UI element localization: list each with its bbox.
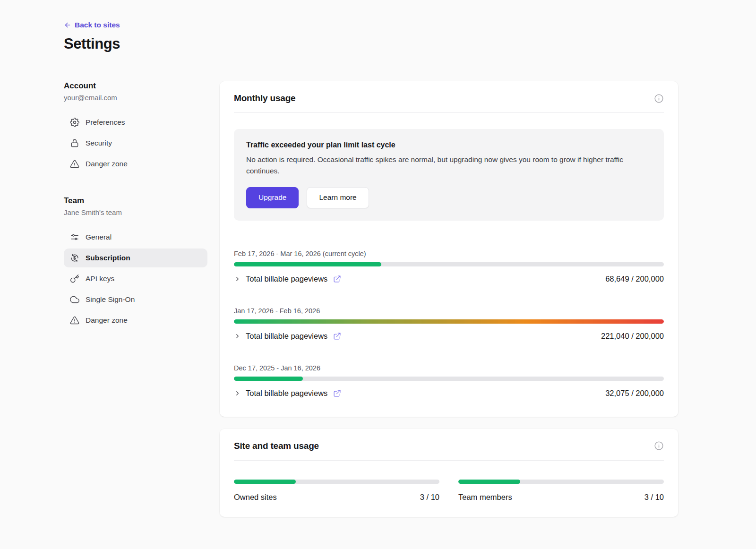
usage-progress-bar <box>234 377 664 381</box>
usage-progress-fill <box>234 377 303 381</box>
cloud-icon <box>70 295 79 304</box>
metric-expand-row[interactable]: Total billable pageviews <box>234 389 341 398</box>
usage-value: 221,040 / 200,000 <box>601 332 664 341</box>
usage-cycle-current: Feb 17, 2026 - Mar 16, 2026 (current cyc… <box>234 250 664 283</box>
team-section: Team Jane Smith's team General Subscript… <box>64 196 207 330</box>
cycle-period: Feb 17, 2026 - Mar 16, 2026 (current cyc… <box>234 250 664 257</box>
team-members-stat: Team members 3 / 10 <box>458 475 664 502</box>
usage-value: 32,075 / 200,000 <box>605 389 664 398</box>
alert-title: Traffic exceeded your plan limit last cy… <box>246 141 652 149</box>
sidebar-item-subscription[interactable]: Subscription <box>64 249 207 267</box>
sidebar-item-label: API keys <box>86 274 114 283</box>
usage-value: 68,649 / 200,000 <box>605 274 664 283</box>
chevron-right-icon <box>234 390 241 397</box>
external-link-icon[interactable] <box>333 332 341 340</box>
monthly-usage-card: Monthly usage Traffic exceeded your plan… <box>220 81 678 417</box>
external-link-icon[interactable] <box>333 275 341 283</box>
sliders-icon <box>70 232 79 242</box>
info-icon[interactable] <box>654 94 664 103</box>
usage-progress-bar <box>458 480 664 484</box>
account-nav: Preferences Security Danger zone <box>64 113 207 173</box>
page-title: Settings <box>64 35 678 52</box>
usage-cycle-older: Dec 17, 2025 - Jan 16, 2026 Total billab… <box>234 364 664 398</box>
back-to-sites-link[interactable]: Back to sites <box>64 21 120 29</box>
sidebar-item-label: Single Sign-On <box>86 295 135 304</box>
stat-label: Owned sites <box>234 493 277 502</box>
account-heading: Account <box>64 81 207 91</box>
warning-triangle-icon <box>70 316 79 325</box>
team-name: Jane Smith's team <box>64 208 207 216</box>
metric-label: Total billable pageviews <box>246 332 327 341</box>
site-team-usage-title: Site and team usage <box>234 441 319 451</box>
sidebar-item-api-keys[interactable]: API keys <box>64 269 207 288</box>
settings-page: Back to sites Settings Account your@emai… <box>0 0 756 517</box>
sidebar-item-security[interactable]: Security <box>64 134 207 153</box>
sidebar-item-single-sign-on[interactable]: Single Sign-On <box>64 290 207 309</box>
sidebar-item-general[interactable]: General <box>64 228 207 247</box>
traffic-exceeded-alert: Traffic exceeded your plan limit last cy… <box>234 129 664 221</box>
key-icon <box>70 274 79 283</box>
sidebar-item-danger-zone-account[interactable]: Danger zone <box>64 154 207 173</box>
gear-icon <box>70 118 79 127</box>
team-heading: Team <box>64 196 207 206</box>
usage-progress-fill-overlimit <box>234 319 664 324</box>
usage-progress-bar <box>234 319 664 324</box>
usage-progress-fill <box>234 480 296 484</box>
billing-cycles: Feb 17, 2026 - Mar 16, 2026 (current cyc… <box>234 250 664 398</box>
sidebar-item-label: Danger zone <box>86 316 128 325</box>
sidebar-item-label: Security <box>86 139 112 147</box>
sidebar-item-label: Subscription <box>86 254 130 262</box>
sidebar-item-label: Preferences <box>86 118 125 127</box>
lock-icon <box>70 138 79 148</box>
usage-progress-bar <box>234 262 664 266</box>
cycle-period: Dec 17, 2025 - Jan 16, 2026 <box>234 364 664 372</box>
chevron-right-icon <box>234 275 241 283</box>
sidebar-item-label: Danger zone <box>86 160 128 168</box>
monthly-usage-title: Monthly usage <box>234 93 295 103</box>
arrow-left-icon <box>64 21 71 29</box>
metric-expand-row[interactable]: Total billable pageviews <box>234 274 341 283</box>
metric-label: Total billable pageviews <box>246 274 327 283</box>
stat-value: 3 / 10 <box>644 493 664 502</box>
metric-label: Total billable pageviews <box>246 389 327 398</box>
dollar-refresh-icon <box>70 253 79 263</box>
usage-progress-fill <box>458 480 520 484</box>
learn-more-button[interactable]: Learn more <box>307 187 369 208</box>
team-nav: General Subscription API keys <box>64 228 207 330</box>
account-email: your@email.com <box>64 94 207 102</box>
info-icon[interactable] <box>654 441 664 451</box>
site-team-usage-card: Site and team usage Owned sites 3 / 10 <box>220 429 678 517</box>
chevron-right-icon <box>234 333 241 340</box>
metric-expand-row[interactable]: Total billable pageviews <box>234 332 341 341</box>
cycle-period: Jan 17, 2026 - Feb 16, 2026 <box>234 307 664 315</box>
stat-value: 3 / 10 <box>420 493 439 502</box>
sidebar-item-preferences[interactable]: Preferences <box>64 113 207 132</box>
upgrade-button[interactable]: Upgrade <box>246 187 299 208</box>
alert-body: No action is required. Occasional traffi… <box>246 154 652 177</box>
usage-cycle-previous: Jan 17, 2026 - Feb 16, 2026 Total billab… <box>234 307 664 341</box>
warning-triangle-icon <box>70 159 79 169</box>
back-link-label: Back to sites <box>75 21 120 29</box>
owned-sites-stat: Owned sites 3 / 10 <box>234 475 439 502</box>
sidebar-item-danger-zone-team[interactable]: Danger zone <box>64 311 207 330</box>
account-section: Account your@email.com Preferences Secur… <box>64 81 207 173</box>
header-divider <box>64 65 678 65</box>
settings-content: Monthly usage Traffic exceeded your plan… <box>220 81 678 517</box>
usage-progress-bar <box>234 480 439 484</box>
sidebar-item-label: General <box>86 233 112 241</box>
usage-progress-fill <box>234 262 381 266</box>
external-link-icon[interactable] <box>333 389 341 397</box>
stat-label: Team members <box>458 493 512 502</box>
site-team-stats: Owned sites 3 / 10 Team members 3 / 10 <box>220 461 678 517</box>
settings-sidebar: Account your@email.com Preferences Secur… <box>64 81 220 330</box>
